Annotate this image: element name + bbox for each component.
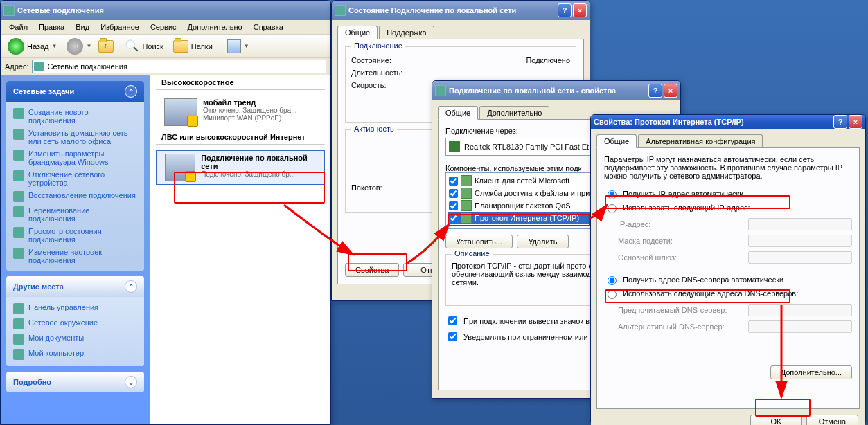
back-button[interactable]: Назад ▼: [5, 37, 60, 56]
menu-tools[interactable]: Сервис: [146, 21, 181, 33]
forward-icon: [67, 38, 83, 55]
forward-button[interactable]: ▼: [64, 37, 94, 56]
content-pane: Высокоскоростное мобайл трендОтключено, …: [150, 75, 330, 424]
titlebar[interactable]: Подключение по локальной сети - свойства…: [432, 81, 680, 100]
place-link[interactable]: Сетевое окружение: [13, 316, 137, 332]
search-button[interactable]: Поиск: [123, 38, 166, 55]
up-icon[interactable]: ↑: [98, 40, 114, 53]
task-link[interactable]: Установить домашнюю сеть или сеть малого…: [13, 127, 137, 147]
views-icon: [227, 39, 241, 53]
place-link[interactable]: Мой компьютер: [13, 347, 137, 362]
ok-button[interactable]: OK: [750, 415, 802, 425]
search-icon: [125, 39, 139, 53]
close-button[interactable]: ×: [849, 115, 862, 129]
properties-button[interactable]: Свойства: [345, 263, 399, 277]
task-link[interactable]: Изменение настроек подключения: [13, 246, 137, 266]
chevron-down-icon[interactable]: ⌄: [125, 376, 137, 388]
menu-view[interactable]: Вид: [71, 21, 94, 33]
protocol-icon: [461, 200, 472, 211]
task-link[interactable]: Переименование подключения: [13, 204, 137, 225]
notify-checkbox[interactable]: [448, 332, 457, 341]
help-button[interactable]: ?: [558, 3, 572, 17]
chevron-down-icon: ▼: [86, 43, 91, 49]
gateway-input: [748, 251, 852, 264]
uninstall-button[interactable]: Удалить: [517, 235, 569, 248]
chevron-up-icon[interactable]: ⌃: [125, 280, 137, 293]
task-link[interactable]: Восстановление подключения: [13, 189, 137, 204]
protocol-icon: [461, 188, 472, 199]
component-checkbox[interactable]: [449, 201, 458, 210]
menu-help[interactable]: Справка: [249, 21, 287, 33]
titlebar[interactable]: Свойства: Протокол Интернета (TCP/IP) ? …: [591, 115, 865, 129]
tab-general[interactable]: Общие: [596, 134, 637, 148]
radio-manual-ip[interactable]: [608, 204, 617, 213]
folder-icon: [173, 40, 188, 53]
connection-icon: [435, 85, 446, 96]
close-button[interactable]: ×: [664, 84, 677, 98]
protocol-icon: [461, 175, 472, 186]
component-checkbox[interactable]: [449, 177, 458, 186]
help-button[interactable]: ?: [833, 115, 847, 129]
views-button[interactable]: ▼: [224, 38, 252, 55]
other-places-header[interactable]: Другие места⌃: [6, 276, 144, 297]
tab-support[interactable]: Поддержка: [379, 26, 434, 39]
radio-auto-dns[interactable]: [608, 276, 617, 285]
place-link[interactable]: Мои документы: [13, 332, 137, 347]
folders-button[interactable]: Папки: [170, 39, 215, 54]
radio-auto-ip[interactable]: [608, 190, 617, 199]
network-icon: [3, 5, 15, 16]
advanced-button[interactable]: Дополнительно...: [770, 365, 852, 379]
tcpip-window: Свойства: Протокол Интернета (TCP/IP) ? …: [590, 114, 866, 423]
menu-file[interactable]: Файл: [5, 21, 32, 33]
tab-general[interactable]: Общие: [337, 26, 378, 39]
close-button[interactable]: ×: [573, 3, 587, 17]
menu-fav[interactable]: Избранное: [96, 21, 143, 33]
connection-icon: [164, 98, 197, 126]
chevron-up-icon[interactable]: ⌃: [125, 85, 137, 98]
titlebar[interactable]: Сетевые подключения: [1, 1, 330, 20]
chevron-down-icon: ▼: [52, 43, 57, 49]
tasks-header[interactable]: Сетевые задачи⌃: [6, 81, 144, 102]
connection-item[interactable]: Подключение по локальной сетиПодключено,…: [156, 150, 325, 185]
details-header[interactable]: Подробно⌄: [6, 372, 144, 392]
task-icon: [13, 248, 24, 259]
group-activity: Активность: [351, 125, 397, 133]
tray-checkbox[interactable]: [448, 316, 457, 325]
cancel-button[interactable]: Отмена: [806, 415, 858, 425]
task-link[interactable]: Создание нового подключения: [13, 106, 137, 127]
nic-icon: [449, 141, 460, 152]
task-icon: [13, 150, 24, 161]
radio-manual-dns[interactable]: [608, 290, 617, 299]
menu-advanced[interactable]: Дополнительно: [184, 21, 247, 33]
component-checkbox[interactable]: [449, 189, 458, 198]
place-icon: [13, 349, 24, 360]
window-title: Сетевые подключения: [17, 6, 328, 15]
window-title: Подключение по локальной сети - свойства: [449, 87, 648, 95]
place-link[interactable]: Панель управления: [13, 301, 137, 316]
window-title: Состояние Подключение по локальной сети: [348, 6, 558, 15]
connection-item[interactable]: мобайл трендОтключено, Защищено бра...Ми…: [156, 96, 325, 129]
address-input[interactable]: [32, 60, 326, 73]
connection-icon: [165, 154, 195, 181]
dns1-input: [748, 304, 852, 316]
status-icon: [335, 5, 346, 16]
group-header: Высокоскоростное: [156, 75, 325, 90]
task-icon: [13, 191, 24, 202]
task-link[interactable]: Просмотр состояния подключения: [13, 225, 137, 246]
titlebar[interactable]: Состояние Подключение по локальной сети …: [332, 1, 590, 20]
task-icon: [13, 170, 24, 181]
menu-edit[interactable]: Правка: [35, 21, 69, 33]
tab-advanced[interactable]: Дополнительно: [479, 106, 549, 119]
install-button[interactable]: Установить...: [445, 235, 513, 248]
dns2-input: [748, 320, 852, 333]
protocol-icon: [461, 212, 472, 224]
task-icon: [13, 227, 24, 238]
tab-altconfig[interactable]: Альтернативная конфигурация: [638, 134, 763, 147]
network-icon: [34, 62, 44, 71]
task-link[interactable]: Отключение сетевого устройства: [13, 168, 137, 189]
component-checkbox[interactable]: [449, 214, 458, 223]
tab-general[interactable]: Общие: [438, 106, 478, 120]
help-button[interactable]: ?: [648, 84, 662, 98]
address-label: Адрес:: [5, 62, 29, 71]
task-link[interactable]: Изменить параметры брандмауэра Windows: [13, 147, 137, 168]
